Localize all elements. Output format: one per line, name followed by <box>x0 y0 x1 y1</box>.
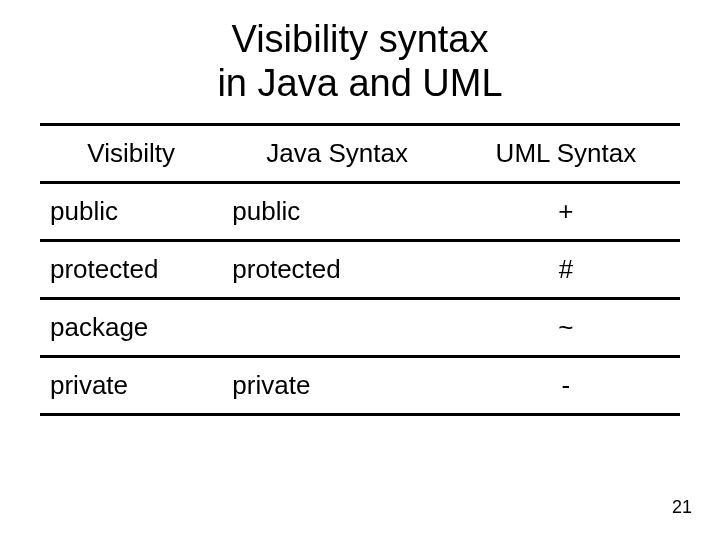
cell-java: private <box>222 357 452 415</box>
cell-uml: ~ <box>452 299 680 357</box>
visibility-table-wrap: Visibilty Java Syntax UML Syntax public … <box>40 123 680 416</box>
visibility-table: Visibilty Java Syntax UML Syntax public … <box>40 123 680 416</box>
slide: Visibility syntax in Java and UML Visibi… <box>0 0 720 540</box>
cell-uml: # <box>452 241 680 299</box>
slide-title: Visibility syntax in Java and UML <box>0 0 720 105</box>
cell-visibility: package <box>40 299 222 357</box>
title-line-2: in Java and UML <box>217 62 502 104</box>
cell-uml: + <box>452 183 680 241</box>
header-java: Java Syntax <box>222 125 452 183</box>
cell-visibility: private <box>40 357 222 415</box>
cell-java: public <box>222 183 452 241</box>
cell-java: protected <box>222 241 452 299</box>
cell-java <box>222 299 452 357</box>
table-row: package ~ <box>40 299 680 357</box>
table-row: private private - <box>40 357 680 415</box>
cell-visibility: protected <box>40 241 222 299</box>
cell-visibility: public <box>40 183 222 241</box>
header-uml: UML Syntax <box>452 125 680 183</box>
cell-uml: - <box>452 357 680 415</box>
table-row: public public + <box>40 183 680 241</box>
title-line-1: Visibility syntax <box>232 18 489 60</box>
table-row: protected protected # <box>40 241 680 299</box>
table-header-row: Visibilty Java Syntax UML Syntax <box>40 125 680 183</box>
header-visibility: Visibilty <box>40 125 222 183</box>
page-number: 21 <box>672 497 692 518</box>
